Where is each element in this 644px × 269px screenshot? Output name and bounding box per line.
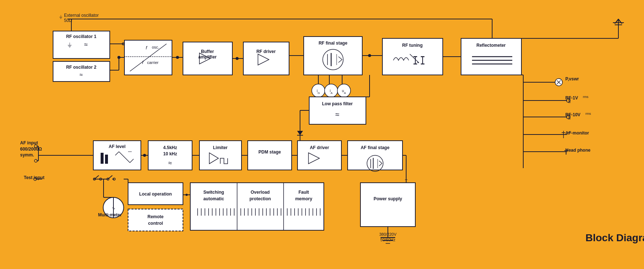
rf-osc2-label: RF oscillator 2 bbox=[66, 65, 97, 70]
freq-label: 50/60Hz bbox=[381, 238, 396, 242]
diagram-container: iG iA uA + ∿ bbox=[0, 0, 644, 269]
overload-label2: protection bbox=[250, 196, 271, 201]
head-phone-label: Head phone bbox=[565, 148, 591, 153]
voltage-label: 380/220V bbox=[379, 232, 397, 236]
p-vswr-label: P,vswr bbox=[565, 76, 579, 82]
svg-text:osc.: osc. bbox=[152, 45, 159, 49]
overload-label1: Overload bbox=[251, 190, 270, 195]
svg-text:rms: rms bbox=[585, 112, 591, 115]
af-symm-label: symm. bbox=[20, 152, 34, 158]
khz-label2: 10 kHz bbox=[163, 151, 177, 156]
ext-osc-ohm: 50Ω bbox=[64, 18, 72, 23]
fault-label2: memory bbox=[295, 196, 312, 201]
svg-point-55 bbox=[186, 194, 188, 196]
svg-text:+: + bbox=[405, 177, 408, 182]
power-supply-block bbox=[360, 183, 415, 227]
af-input-label: AF input bbox=[20, 140, 38, 145]
rf-tuning-label: RF tuning bbox=[402, 43, 423, 48]
buffer-amp-label1: Buffer bbox=[201, 49, 214, 54]
af-monitor-label: AF-monitor bbox=[565, 130, 589, 136]
switching-label1: Switching bbox=[203, 190, 224, 195]
svg-point-16 bbox=[236, 57, 239, 60]
khz-label1: 4.5kHz bbox=[163, 145, 177, 150]
svg-text:≈: ≈ bbox=[84, 41, 88, 48]
rf-final-label: RF final stage bbox=[319, 41, 348, 46]
svg-point-24 bbox=[312, 84, 325, 97]
multi-meter-label: Multi-meter bbox=[98, 212, 122, 217]
remote-ctrl-label2: control bbox=[148, 221, 163, 226]
svg-point-26 bbox=[325, 84, 338, 97]
switching-label2: automatic bbox=[203, 196, 224, 201]
svg-text:rms: rms bbox=[583, 95, 588, 99]
svg-text:≈: ≈ bbox=[336, 110, 340, 118]
svg-text:≈: ≈ bbox=[80, 72, 83, 78]
pdm-stage-block bbox=[248, 141, 292, 170]
svg-text:⏚: ⏚ bbox=[68, 41, 72, 48]
rf-10v-label: RF-10V bbox=[565, 112, 580, 117]
block-diagram-title: Block Diagram bbox=[585, 232, 644, 243]
pdm-label: PDM stage bbox=[258, 149, 281, 155]
remote-ctrl-block bbox=[128, 209, 183, 231]
fault-label1: Fault bbox=[299, 190, 309, 195]
remote-ctrl-label1: Remote bbox=[147, 214, 164, 219]
reflectometer-label: Reflectometer bbox=[476, 43, 506, 48]
rf-osc1-label: RF oscillator 1 bbox=[66, 34, 97, 39]
test-input-label: Test input bbox=[24, 175, 44, 180]
low-pass-label: Low pass filter bbox=[322, 101, 353, 106]
af-impedance-label: 600/2000Ω bbox=[20, 147, 42, 152]
svg-rect-142 bbox=[105, 155, 108, 164]
af-final-label: AF final stage bbox=[361, 145, 390, 150]
ext-osc-label: External oscillator bbox=[64, 13, 99, 18]
af-driver-label: AF driver bbox=[310, 145, 329, 150]
svg-point-14 bbox=[176, 56, 179, 59]
power-supply-label: Power supply bbox=[374, 196, 402, 201]
svg-point-46 bbox=[143, 154, 146, 157]
svg-text:≈: ≈ bbox=[168, 159, 172, 167]
svg-rect-141 bbox=[101, 153, 104, 164]
svg-point-19 bbox=[368, 54, 371, 57]
svg-text:⏚: ⏚ bbox=[59, 14, 63, 19]
af-level-label: AF level bbox=[109, 144, 126, 149]
svg-text:carrier: carrier bbox=[147, 60, 159, 65]
limiter-label: Limiter bbox=[213, 145, 228, 150]
rf-driver-label: RF driver bbox=[257, 49, 276, 54]
local-op-label: Local operation bbox=[139, 192, 172, 197]
rf-1v-label: RF-1V bbox=[565, 95, 578, 101]
